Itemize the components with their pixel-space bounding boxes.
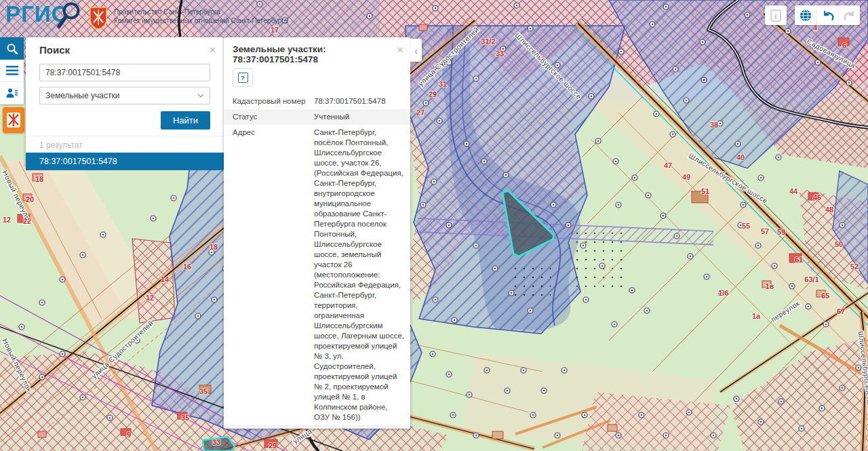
- search-icon: [6, 43, 18, 55]
- search-panel-close-icon[interactable]: ×: [209, 44, 216, 56]
- attribute-table: Кадастровый номер78:37:0017501:5478Стату…: [224, 94, 410, 429]
- svg-text:1в: 1в: [766, 282, 774, 290]
- hamburger-icon: [6, 66, 18, 75]
- top-right-solo: [765, 5, 787, 25]
- svg-text:44: 44: [789, 187, 798, 195]
- undo-button[interactable]: [816, 5, 838, 25]
- svg-text:31: 31: [439, 80, 447, 88]
- spb-emblem-button[interactable]: [3, 107, 24, 133]
- svg-text:29: 29: [269, 442, 277, 450]
- info-panel-title: Земельные участки: 78:37:0017501:5478: [233, 44, 397, 64]
- search-input[interactable]: [39, 64, 210, 81]
- svg-text:48: 48: [825, 205, 833, 214]
- undo-icon: [821, 9, 835, 22]
- globe-icon: [799, 9, 812, 22]
- spb-emblem-icon: [6, 112, 21, 128]
- info-row: АдресСанкт-Петербург, посёлок Понтонный,…: [224, 125, 410, 425]
- svg-text:20: 20: [26, 195, 34, 203]
- svg-text:52: 52: [850, 262, 859, 271]
- search-panel-title: Поиск: [39, 44, 70, 56]
- svg-text:12: 12: [3, 216, 11, 224]
- svg-text:38: 38: [710, 121, 718, 129]
- find-button[interactable]: Найти: [161, 111, 210, 130]
- info-row: Кадастровый номер78:37:0017501:5478: [224, 94, 410, 109]
- svg-text:14: 14: [161, 275, 170, 283]
- svg-text:27: 27: [416, 109, 425, 117]
- svg-text:33: 33: [212, 438, 220, 446]
- search-panel: Поиск × Земельные участки Найти 1 резуль…: [26, 37, 224, 167]
- top-right-group: [795, 5, 860, 25]
- svg-text:31/2: 31/2: [481, 37, 495, 45]
- info-row-value: Санкт-Петербург, посёлок Понтонный, Шлис…: [314, 128, 405, 423]
- redo-button[interactable]: [838, 5, 860, 25]
- layers-menu-button[interactable]: [0, 60, 24, 82]
- svg-text:67: 67: [837, 307, 845, 315]
- layer-select[interactable]: Земельные участки: [39, 87, 210, 104]
- redo-icon: [843, 9, 856, 22]
- svg-text:40: 40: [736, 153, 745, 161]
- svg-text:1а: 1а: [752, 312, 761, 320]
- info-row-value: 78:37:0017501:5478: [314, 96, 405, 106]
- svg-text:6: 6: [842, 41, 846, 50]
- svg-text:1/6: 1/6: [718, 289, 728, 297]
- info-tool-button[interactable]: [765, 5, 787, 25]
- parcel-info-panel: Земельные участки: 78:37:0017501:5478 × …: [224, 37, 410, 429]
- svg-text:57: 57: [761, 227, 769, 235]
- info-row: СтатусУчтенный: [224, 109, 410, 125]
- svg-text:18: 18: [210, 243, 218, 251]
- svg-text:18: 18: [35, 175, 43, 183]
- svg-text:12: 12: [146, 294, 154, 302]
- chevron-down-icon: [197, 94, 204, 98]
- search-result-item[interactable]: 78:37:0017501:5478: [26, 153, 224, 170]
- search-tool-button[interactable]: [0, 37, 24, 60]
- svg-text:35: 35: [181, 414, 189, 422]
- user-profile-button[interactable]: [0, 82, 24, 104]
- svg-text:49: 49: [682, 173, 690, 181]
- user-list-icon: [5, 87, 18, 98]
- info-row: Вид разрешенного использованиядля индиви…: [224, 425, 410, 429]
- svg-text:17: 17: [271, 26, 279, 34]
- svg-text:51: 51: [701, 187, 709, 195]
- svg-text:55: 55: [742, 222, 750, 230]
- left-toolbar: [0, 37, 24, 104]
- svg-text:33: 33: [496, 50, 504, 58]
- panel-collapse-button[interactable]: ‹: [410, 39, 422, 62]
- question-box-icon: ?: [238, 73, 248, 83]
- svg-text:9: 9: [127, 431, 131, 439]
- info-row-label: Адрес: [233, 128, 314, 423]
- info-box-icon: [770, 9, 782, 22]
- info-row-value: для индивидуального жилищного строительс…: [314, 428, 405, 429]
- svg-text:16: 16: [183, 262, 191, 271]
- svg-text:22: 22: [23, 217, 31, 225]
- svg-text:29: 29: [429, 90, 437, 98]
- results-count: 1 результат: [26, 136, 224, 153]
- svg-text:65: 65: [821, 292, 829, 300]
- layer-select-value: Земельные участки: [45, 91, 119, 100]
- globe-button[interactable]: [795, 5, 816, 25]
- info-panel-close-icon[interactable]: ×: [397, 44, 403, 56]
- svg-text:35: 35: [199, 387, 208, 395]
- rgis-app: улица Судостроителейулица Судостроителей…: [0, 0, 868, 451]
- info-row-label: Вид разрешенного использования: [233, 428, 314, 429]
- svg-text:59: 59: [777, 228, 785, 236]
- svg-text:63/1: 63/1: [804, 275, 818, 283]
- info-row-label: Статус: [233, 112, 314, 122]
- info-row-value: Учтенный: [314, 112, 405, 122]
- svg-text:46: 46: [813, 193, 821, 201]
- info-row-label: Кадастровый номер: [233, 96, 314, 106]
- svg-text:50: 50: [835, 240, 843, 248]
- svg-text:61: 61: [795, 256, 803, 264]
- attribute-help-button[interactable]: ?: [233, 68, 253, 87]
- svg-text:47: 47: [664, 161, 672, 170]
